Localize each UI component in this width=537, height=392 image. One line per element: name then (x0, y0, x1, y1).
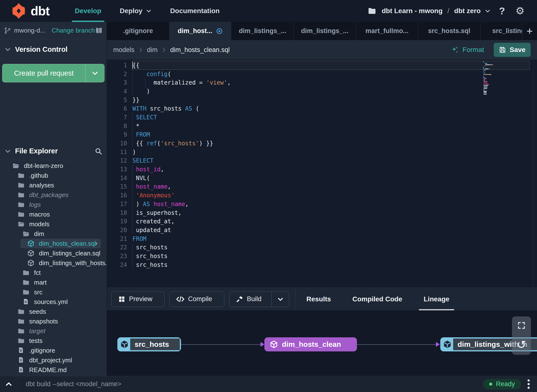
editor-tab-.gitignore[interactable]: .gitignore (107, 22, 169, 40)
code-line-10[interactable]: 10 {{ ref('src_hosts') }} (107, 139, 534, 148)
search-icon[interactable] (95, 147, 102, 155)
command-input[interactable]: dbt build --select <model_name> (26, 380, 121, 388)
tree-item-tests[interactable]: tests (0, 336, 107, 346)
kebab-menu-icon[interactable] (527, 378, 531, 390)
code-line-2[interactable]: 2 config( (107, 70, 534, 78)
tree-item-seeds[interactable]: seeds (0, 307, 107, 316)
sparkles-icon (451, 46, 459, 54)
tree-item-macros[interactable]: macros (0, 209, 107, 219)
lineage-panel[interactable]: src_hostsdim_hosts_cleandim_listings_wit… (107, 310, 537, 376)
code-line-23[interactable]: 23 src_hosts (107, 252, 534, 261)
settings-button[interactable]: ⚙ (513, 4, 527, 18)
code-line-4[interactable]: 4 ) (107, 87, 534, 96)
breadcrumb-item[interactable]: models (113, 46, 134, 54)
code-line-12[interactable]: 12SELECT (107, 157, 534, 165)
code-line-14[interactable]: 14 NVL( (107, 174, 534, 183)
fullscreen-icon[interactable] (517, 321, 526, 330)
tree-item-dbt_packages[interactable]: dbt_packages (0, 190, 107, 200)
code-line-24[interactable]: 24 src_hosts (107, 261, 534, 269)
tree-item-.gitignore[interactable]: .gitignore (0, 346, 107, 355)
code-line-5[interactable]: 5}} (107, 96, 534, 105)
build-dropdown[interactable] (271, 292, 289, 307)
minimap[interactable] (483, 61, 499, 95)
code-line-7[interactable]: 7 SELECT (107, 113, 534, 122)
tree-item-mart[interactable]: mart (0, 278, 107, 287)
code-line-21[interactable]: 21FROM (107, 235, 534, 243)
editor-tab-dim_listings_...[interactable]: dim_listings_... (231, 22, 294, 40)
file-name: dim (34, 230, 44, 238)
nav-item-documentation[interactable]: Documentation (161, 0, 229, 22)
code-line-3[interactable]: 3 materialized = 'view', (107, 78, 534, 87)
reset-view-icon[interactable]: ↺ (517, 339, 526, 350)
code-line-15[interactable]: 15 host_name, (107, 183, 534, 191)
lineage-node-src_hosts[interactable]: src_hosts (117, 337, 181, 351)
tree-item-dim_listings_with_hosts...[interactable]: dim_listings_with_hosts... (0, 258, 107, 268)
chevron-down-icon (4, 148, 11, 155)
tree-item-sources.yml[interactable]: sources.yml (0, 297, 107, 307)
editor-tab-dim_listings_...[interactable]: dim_listings_... (294, 22, 356, 40)
breadcrumb-item[interactable]: dim_hosts_clean.sql (170, 46, 230, 54)
code-line-19[interactable]: 19 created_at, (107, 217, 534, 226)
expand-console-button[interactable] (0, 376, 17, 392)
tree-item-dbt-learn-zero[interactable]: dbt-learn-zero (0, 161, 107, 171)
save-button[interactable]: Save (494, 43, 531, 57)
lineage-node-dim_hosts_clean[interactable]: dim_hosts_clean (264, 337, 357, 351)
code-line-16[interactable]: 16 'Anonymous' (107, 191, 534, 200)
file-name: models (29, 220, 50, 228)
file-explorer-header[interactable]: File Explorer (0, 142, 107, 160)
preview-button[interactable]: Preview (111, 291, 165, 307)
tree-item-models[interactable]: models (0, 219, 107, 229)
line-number: 19 (107, 218, 127, 225)
project-breadcrumb[interactable]: dbt Learn - mwong / dbt zero (382, 7, 491, 15)
code-line-6[interactable]: 6WITH src_hosts AS ( (107, 104, 534, 113)
code-line-17[interactable]: 17 ) AS host_name, (107, 200, 534, 209)
results-tab-results[interactable]: Results (296, 288, 342, 310)
tree-item-README.md[interactable]: README.md (0, 365, 107, 375)
environment-name[interactable]: dbt zero (454, 7, 481, 15)
format-button[interactable]: Format (451, 46, 484, 54)
results-tab-lineage[interactable]: Lineage (413, 288, 460, 310)
code-line-8[interactable]: 8 * (107, 122, 534, 131)
tree-item-dim_listings_clean.sql[interactable]: dim_listings_clean.sql (0, 248, 107, 258)
cube-icon (27, 240, 35, 247)
code-line-11[interactable]: 11) (107, 148, 534, 157)
nav-item-deploy[interactable]: Deploy (111, 0, 161, 22)
nav-item-develop[interactable]: Develop (66, 0, 111, 22)
tree-item-fct[interactable]: fct (0, 268, 107, 278)
editor-tab-dim_host...[interactable]: dim_host... (169, 22, 231, 40)
version-control-header[interactable]: Version Control (0, 39, 107, 59)
code-editor[interactable]: 1{{2 config(3 materialized = 'view',4 )5… (107, 60, 537, 287)
code-line-18[interactable]: 18 is_superhost, (107, 209, 534, 217)
code-line-9[interactable]: 9 FROM (107, 131, 534, 139)
tree-item-target[interactable]: target (0, 326, 107, 336)
editor-tab-src_hosts.sql[interactable]: src_hosts.sql (418, 22, 480, 40)
editor-tab-mart_fullmo...[interactable]: mart_fullmo... (356, 22, 418, 40)
tree-item-dbt_project.yml[interactable]: dbt_project.yml (0, 355, 107, 365)
tree-item-dim_hosts_clean.sql[interactable]: dim_hosts_clean.sql (0, 239, 107, 248)
tree-item-dim[interactable]: dim (0, 229, 107, 239)
compile-button[interactable]: Compile (169, 291, 224, 307)
folder-icon (17, 172, 25, 179)
code-line-13[interactable]: 13 host_id, (107, 165, 534, 174)
tree-item-.github[interactable]: .github (0, 171, 107, 180)
breadcrumb-item[interactable]: dim (147, 46, 158, 54)
build-button-main[interactable]: Build (229, 292, 271, 307)
tree-item-logs[interactable]: logs (0, 200, 107, 209)
build-button[interactable]: Build (229, 291, 289, 307)
tree-item-snapshots[interactable]: snapshots (0, 316, 107, 326)
pull-request-dropdown[interactable] (85, 64, 104, 82)
new-tab-button[interactable]: + (522, 22, 537, 40)
editor-scrollbar[interactable] (533, 60, 534, 287)
docs-book-icon[interactable] (95, 27, 103, 35)
create-pull-request-button[interactable]: Create pull request (2, 64, 104, 82)
project-folder-icon (367, 4, 377, 18)
change-branch-link[interactable]: Change branch (52, 27, 95, 34)
tree-item-analyses[interactable]: analyses (0, 180, 107, 190)
tree-item-src[interactable]: src (0, 287, 107, 297)
code-line-1[interactable]: 1{{ (107, 61, 534, 70)
help-button[interactable]: ? (495, 4, 509, 18)
results-tab-compiled-code[interactable]: Compiled Code (342, 288, 413, 310)
code-line-20[interactable]: 20 updated_at (107, 226, 534, 235)
dbt-logo[interactable]: dbt (9, 2, 50, 20)
code-line-22[interactable]: 22 src_hosts (107, 243, 534, 252)
